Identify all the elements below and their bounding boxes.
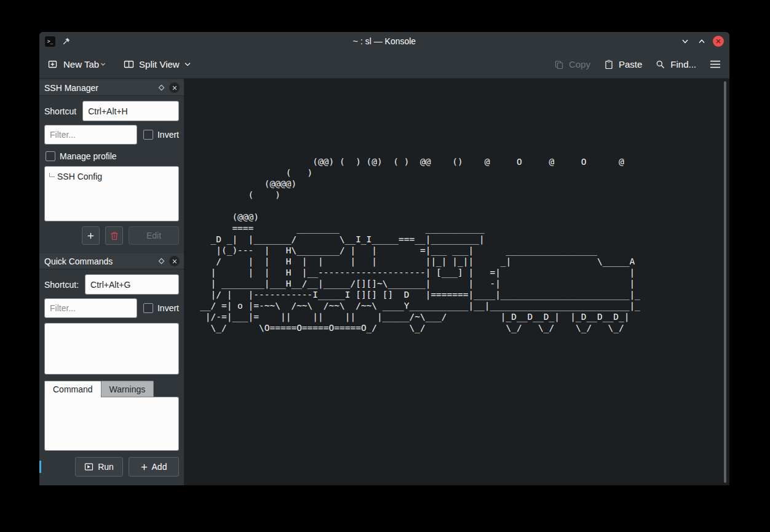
konsole-window: >_ ~ : sl — Konsole [39,32,729,485]
trash-icon [110,231,119,240]
chevron-down-icon [185,62,191,66]
ssh-shortcut-label: Shortcut [44,106,76,116]
plus-icon [87,232,94,239]
menu-button[interactable] [710,60,721,68]
qc-invert-checkbox[interactable] [143,303,153,313]
copy-icon [554,60,564,69]
split-view-button[interactable]: Split View [124,59,191,69]
minimize-button[interactable] [680,36,691,47]
ssh-shortcut-input[interactable] [82,101,179,121]
tree-item-label: SSH Config [57,172,102,181]
ssh-filter-input[interactable] [44,125,137,145]
tab-warnings-label: Warnings [109,384,146,394]
ssh-manager-title: SSH Manager [44,83,98,93]
maximize-button[interactable] [696,36,707,47]
paste-label: Paste [619,59,642,69]
split-view-icon [124,59,134,69]
edit-label: Edit [146,231,161,240]
terminal-view[interactable]: (@@) ( ) (@) ( ) @@ () @ O @ O @ ( ) (@@… [184,79,729,485]
find-label: Find... [670,59,696,69]
close-icon [172,85,177,90]
close-icon [715,38,721,44]
ssh-invert-label: Invert [157,130,179,140]
close-icon [172,259,177,264]
qc-invert-label: Invert [157,303,179,313]
manage-profile-label: Manage profile [60,151,117,161]
sidebar: SSH Manager Shortcut [39,79,184,485]
qc-tabs: Command Warnings [44,381,179,397]
ssh-edit-button: Edit [129,226,179,245]
toolbar: New Tab Split View [39,50,729,79]
tree-item-ssh-config[interactable]: SSH Config [46,170,177,183]
titlebar[interactable]: >_ ~ : sl — Konsole [39,32,729,50]
ssh-add-button[interactable] [82,226,100,245]
ssh-shortcut-row: Shortcut [44,101,179,121]
terminal-output: (@@) ( ) (@) ( ) @@ () @ O @ O @ ( ) (@@… [184,79,729,333]
quick-commands-title: Quick Commands [44,256,113,266]
float-panel-icon[interactable] [158,258,165,264]
ssh-manager-header-icons [158,82,180,93]
titlebar-left: >_ [45,36,71,47]
add-label: Add [152,462,167,472]
quick-commands-close-button[interactable] [169,256,180,266]
ssh-actions: Edit [44,226,179,245]
float-panel-icon[interactable] [158,84,165,91]
window-controls [680,36,724,47]
tab-command[interactable]: Command [44,381,101,397]
ssh-delete-button[interactable] [105,226,123,245]
paste-button[interactable]: Paste [604,59,642,69]
tab-command-label: Command [53,384,93,394]
new-tab-menu-caret-icon [101,63,105,66]
ssh-config-tree[interactable]: SSH Config [44,166,179,221]
tree-branch-icon [48,172,55,181]
ssh-manager-close-button[interactable] [169,82,180,93]
manage-profile-row: Manage profile [44,151,179,161]
qc-shortcut-label: Shortcut: [44,280,79,290]
qc-actions: Run Add [44,457,179,477]
quick-commands-header-icons [158,256,180,266]
window-title: ~ : sl — Konsole [39,36,729,46]
tab-warnings[interactable]: Warnings [101,381,154,397]
qc-shortcut-input[interactable] [85,274,179,295]
run-label: Run [98,462,114,472]
scrollbar-handle[interactable] [724,81,726,483]
add-command-button[interactable]: Add [129,457,179,477]
new-tab-button[interactable]: New Tab [48,59,105,69]
konsole-app-icon: >_ [45,36,55,47]
copy-label: Copy [569,59,590,69]
split-view-label: Split View [139,59,180,69]
paste-icon [604,60,614,69]
find-button[interactable]: Find... [656,59,696,69]
close-button[interactable] [713,36,724,47]
ssh-manager-panel-header: SSH Manager [39,80,184,96]
qc-filter-row: Invert [44,298,179,318]
ssh-filter-row: Invert [44,125,179,145]
pin-icon[interactable] [62,37,71,46]
manage-profile-checkbox[interactable] [46,151,55,161]
copy-button: Copy [554,59,590,69]
hamburger-icon [710,60,721,68]
qc-filter-input[interactable] [44,298,137,318]
qc-command-list[interactable] [44,323,179,375]
search-icon [656,60,665,69]
run-icon [84,463,93,471]
run-button[interactable]: Run [75,457,123,477]
terminal-scrollbar[interactable] [724,81,726,483]
new-tab-icon [48,59,58,69]
new-tab-label: New Tab [63,59,99,69]
qc-shortcut-row: Shortcut: [44,274,179,295]
quick-commands-panel-header: Quick Commands [39,253,184,269]
focus-indicator [39,461,41,473]
window-content: SSH Manager Shortcut [39,79,729,485]
ssh-invert-checkbox[interactable] [143,130,153,140]
plus-icon [141,464,148,470]
qc-command-editor[interactable] [44,397,179,451]
